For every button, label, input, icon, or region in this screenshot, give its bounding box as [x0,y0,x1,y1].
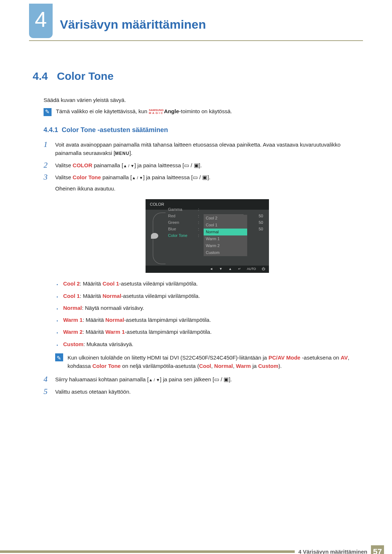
osd-row-selected: Color Tone: Cool 2 Cool 1 Normal Warm 1 … [168,232,265,239]
up-down-icon: ▲ / ▼ [149,378,160,382]
note-text: Kun ulkoinen tulolähde on liitetty HDMI … [68,353,359,370]
info-note: Kun ulkoinen tulolähde on liitetty HDMI … [55,353,359,370]
list-item: Normal: Näytä normaali värisävy. [57,304,359,312]
page-content: 4.4 Color Tone Säädä kuvan värien yleist… [0,56,392,414]
list-item: Cool 1: Määritä Normal-asetusta viileämp… [57,292,359,300]
step-5: 5 Valittu asetus otetaan käyttöön. [44,387,359,396]
note-text: Tämä valikko ei ole käytettävissä, kun S… [56,108,232,115]
page-header: 4 Värisävyn määrittäminen [0,0,392,38]
palette-icon [151,233,158,239]
enter-icon: ▭ / ▣ [214,376,229,382]
step-number: 5 [44,387,50,396]
up-down-icon: ▲ / ▼ [123,164,134,168]
list-item: Cool 2: Määritä Cool 1-asetusta viileämp… [57,279,359,288]
auto-label: AUTO [247,267,256,272]
list-item: Warm 1: Määritä Normal-asetusta lämpimäm… [57,316,359,324]
power-icon: ⏻ [261,267,265,272]
step-body: Siirry haluamaasi kohtaan painamalla [▲ … [55,375,232,383]
section-title: 4.4 Color Tone [33,70,359,82]
osd-option: Warm 1 [204,235,247,242]
footer-text: 4 Värisävyn määrittäminen [298,549,367,554]
menu-label: MENU [115,151,129,156]
step-body: Valittu asetus otetaan käyttöön. [55,387,131,396]
page-number: 57 [371,545,384,554]
up-icon: ▲ [228,267,232,272]
step-1: 1 Voit avata avainoppaan painamalla mitä… [44,140,359,157]
enter-icon: ▭ / ▣ [193,174,208,180]
step-body: Voit avata avainoppaan painamalla mitä t… [55,140,359,157]
steps: 1 Voit avata avainoppaan painamalla mitä… [44,140,359,396]
osd-footer: ◄ ▼ ▲ ↵ AUTO ⏻ [146,266,269,273]
footer-rule [0,550,295,553]
info-note: Tämä valikko ei ole käytettävissä, kun S… [44,108,359,116]
osd-option: Custom [204,249,247,256]
header-rule [29,40,363,41]
osd-option: Cool 2 [204,215,247,222]
option-bullets: Cool 2: Määritä Cool 1-asetusta viileämp… [55,279,359,348]
note-icon [55,353,63,361]
list-item: Warm 2: Määritä Warm 1-asetusta lämpimäm… [57,328,359,336]
step-body: Valitse Color Tone painamalla [▲ / ▼] ja… [55,173,359,370]
step-number: 4 [44,375,50,383]
osd-option: Warm 2 [204,242,247,249]
step-3: 3 Valitse Color Tone painamalla [▲ / ▼] … [44,173,359,370]
enter-icon: ▭ / ▣ [184,162,199,168]
chapter-badge: 4 [29,4,53,38]
note-icon [44,108,52,116]
osd-option-list: Cool 2 Cool 1 Normal Warm 1 Warm 2 Custo… [204,215,247,256]
section-number: 4.4 [33,70,48,82]
samsung-magic-brand: SAMSUNGMAGIC [149,109,164,115]
chapter-title: Värisävyn määrittäminen [60,4,206,32]
section-name: Color Tone [57,70,114,82]
step-2: 2 Valitse COLOR painamalla [▲ / ▼] ja pa… [44,161,359,169]
osd-row: Gamma: [168,206,265,213]
list-item: Custom: Mukauta värisävyä. [57,340,359,348]
left-icon: ◄ [209,267,213,272]
osd-option-highlighted: Normal [204,229,247,235]
chapter-number: 4 [35,7,47,32]
osd-screenshot: COLOR Red:50 Green:50 Blue:50 Color Tone… [55,199,359,273]
section-intro: Säädä kuvan värien yleistä sävyä. [44,97,359,103]
enter-icon: ↵ [237,267,242,272]
step-number: 2 [44,161,50,169]
up-down-icon: ▲ / ▼ [132,176,143,180]
osd-option: Cool 1 [204,222,247,229]
step-number: 3 [44,173,50,370]
step-number: 1 [44,140,50,157]
step-body: Valitse COLOR painamalla [▲ / ▼] ja pain… [55,161,202,169]
page-footer: 4 Värisävyn määrittäminen 57 [0,545,392,554]
step-4: 4 Siirry haluamaasi kohtaan painamalla [… [44,375,359,383]
down-icon: ▼ [219,267,223,272]
subsection-title: 4.4.1 Color Tone -asetusten säätäminen [44,126,359,134]
